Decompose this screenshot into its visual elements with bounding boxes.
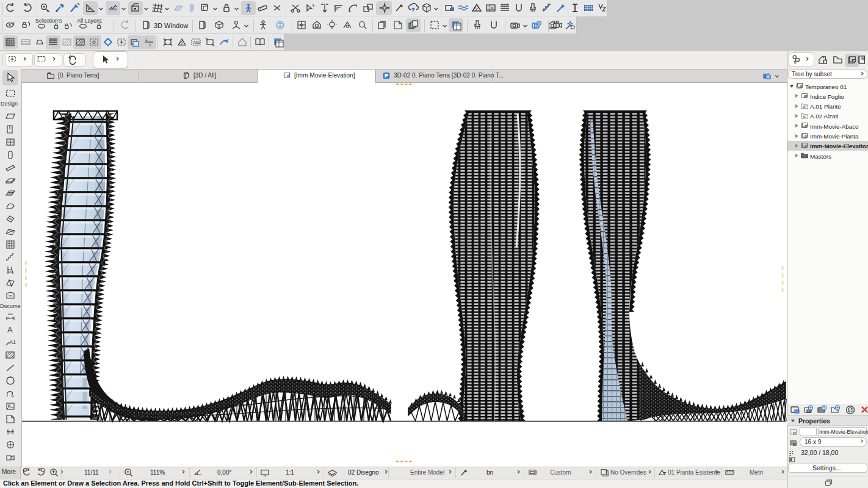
svg-text:2.: 2. xyxy=(149,43,152,47)
svg-text:A1: A1 xyxy=(9,339,16,345)
svg-text:A: A xyxy=(7,325,13,334)
svg-text:1.: 1. xyxy=(145,38,148,41)
svg-text:Abc: Abc xyxy=(193,40,201,45)
